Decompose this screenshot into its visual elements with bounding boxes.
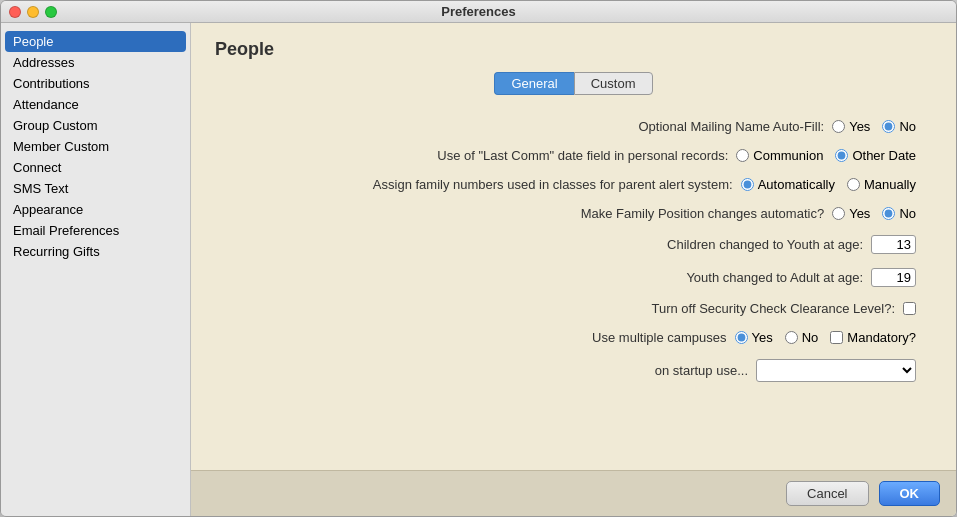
last-comm-communion-label: Communion xyxy=(753,148,823,163)
family-position-no-label: No xyxy=(899,206,916,221)
sidebar-item-attendance[interactable]: Attendance xyxy=(1,94,190,115)
tab-bar: General Custom xyxy=(215,72,932,95)
security-check-checkbox[interactable] xyxy=(903,302,916,315)
tab-general[interactable]: General xyxy=(494,72,573,95)
security-check-label: Turn off Security Check Clearance Level?… xyxy=(651,301,895,316)
page-title: People xyxy=(215,39,932,60)
multiple-campuses-yes-radio[interactable] xyxy=(735,331,748,344)
youth-adult-input[interactable] xyxy=(871,268,916,287)
window-content: People Addresses Contributions Attendanc… xyxy=(1,23,956,516)
last-comm-communion-radio[interactable] xyxy=(736,149,749,162)
multiple-campuses-yes-label: Yes xyxy=(752,330,773,345)
family-position-yes-label: Yes xyxy=(849,206,870,221)
optional-mailing-name-yes-option[interactable]: Yes xyxy=(832,119,870,134)
optional-mailing-name-row: Optional Mailing Name Auto-Fill: Yes No xyxy=(231,119,916,134)
multiple-campuses-label: Use multiple campuses xyxy=(592,330,726,345)
assign-family-auto-label: Automatically xyxy=(758,177,835,192)
optional-mailing-name-no-label: No xyxy=(899,119,916,134)
on-startup-select[interactable] xyxy=(756,359,916,382)
assign-family-manual-option[interactable]: Manually xyxy=(847,177,916,192)
multiple-campuses-no-radio[interactable] xyxy=(785,331,798,344)
security-check-checkbox-option[interactable] xyxy=(903,302,916,315)
sidebar: People Addresses Contributions Attendanc… xyxy=(1,23,191,516)
family-position-radio-group: Yes No xyxy=(832,206,916,221)
main-panel: People General Custom Optional Mailing N… xyxy=(191,23,956,516)
assign-family-manual-label: Manually xyxy=(864,177,916,192)
last-comm-radio-group: Communion Other Date xyxy=(736,148,916,163)
security-check-row: Turn off Security Check Clearance Level?… xyxy=(231,301,916,316)
assign-family-label: Assign family numbers used in classes fo… xyxy=(373,177,733,192)
multiple-campuses-no-label: No xyxy=(802,330,819,345)
close-button[interactable] xyxy=(9,6,21,18)
family-position-no-option[interactable]: No xyxy=(882,206,916,221)
sidebar-item-email-preferences[interactable]: Email Preferences xyxy=(1,220,190,241)
sidebar-item-group-custom[interactable]: Group Custom xyxy=(1,115,190,136)
optional-mailing-name-label: Optional Mailing Name Auto-Fill: xyxy=(638,119,824,134)
last-comm-other-date-label: Other Date xyxy=(852,148,916,163)
assign-family-manual-radio[interactable] xyxy=(847,178,860,191)
tab-custom[interactable]: Custom xyxy=(574,72,653,95)
youth-adult-row: Youth changed to Adult at age: xyxy=(231,268,916,287)
assign-family-auto-radio[interactable] xyxy=(741,178,754,191)
maximize-button[interactable] xyxy=(45,6,57,18)
last-comm-communion-option[interactable]: Communion xyxy=(736,148,823,163)
children-youth-row: Children changed to Youth at age: xyxy=(231,235,916,254)
multiple-campuses-yes-option[interactable]: Yes xyxy=(735,330,773,345)
sidebar-item-connect[interactable]: Connect xyxy=(1,157,190,178)
sidebar-item-recurring-gifts[interactable]: Recurring Gifts xyxy=(1,241,190,262)
main-body: Optional Mailing Name Auto-Fill: Yes No xyxy=(191,111,956,470)
assign-family-auto-option[interactable]: Automatically xyxy=(741,177,835,192)
multiple-campuses-no-option[interactable]: No xyxy=(785,330,819,345)
multiple-campuses-mandatory-checkbox[interactable] xyxy=(830,331,843,344)
sidebar-item-member-custom[interactable]: Member Custom xyxy=(1,136,190,157)
family-position-yes-radio[interactable] xyxy=(832,207,845,220)
last-comm-other-date-option[interactable]: Other Date xyxy=(835,148,916,163)
main-header: People General Custom xyxy=(191,23,956,111)
family-position-yes-option[interactable]: Yes xyxy=(832,206,870,221)
multiple-campuses-mandatory-option[interactable]: Mandatory? xyxy=(830,330,916,345)
optional-mailing-name-yes-label: Yes xyxy=(849,119,870,134)
family-position-label: Make Family Position changes automatic? xyxy=(581,206,825,221)
sidebar-item-sms-text[interactable]: SMS Text xyxy=(1,178,190,199)
traffic-lights xyxy=(9,6,57,18)
sidebar-item-people[interactable]: People xyxy=(5,31,186,52)
ok-button[interactable]: OK xyxy=(879,481,941,506)
multiple-campuses-mandatory-label: Mandatory? xyxy=(847,330,916,345)
optional-mailing-name-radio-group: Yes No xyxy=(832,119,916,134)
multiple-campuses-radio-group: Yes No Mandatory? xyxy=(735,330,917,345)
family-position-row: Make Family Position changes automatic? … xyxy=(231,206,916,221)
last-comm-other-date-radio[interactable] xyxy=(835,149,848,162)
children-youth-input[interactable] xyxy=(871,235,916,254)
sidebar-item-addresses[interactable]: Addresses xyxy=(1,52,190,73)
window-title: Preferences xyxy=(441,4,515,19)
last-comm-label: Use of "Last Comm" date field in persona… xyxy=(437,148,728,163)
minimize-button[interactable] xyxy=(27,6,39,18)
on-startup-label: on startup use... xyxy=(655,363,748,378)
multiple-campuses-row: Use multiple campuses Yes No Mandator xyxy=(231,330,916,345)
sidebar-item-appearance[interactable]: Appearance xyxy=(1,199,190,220)
youth-adult-label: Youth changed to Adult at age: xyxy=(686,270,863,285)
title-bar: Preferences xyxy=(1,1,956,23)
cancel-button[interactable]: Cancel xyxy=(786,481,868,506)
optional-mailing-name-no-radio[interactable] xyxy=(882,120,895,133)
sidebar-item-contributions[interactable]: Contributions xyxy=(1,73,190,94)
last-comm-row: Use of "Last Comm" date field in persona… xyxy=(231,148,916,163)
assign-family-radio-group: Automatically Manually xyxy=(741,177,916,192)
children-youth-label: Children changed to Youth at age: xyxy=(667,237,863,252)
on-startup-row: on startup use... xyxy=(231,359,916,382)
assign-family-row: Assign family numbers used in classes fo… xyxy=(231,177,916,192)
footer: Cancel OK xyxy=(191,470,956,516)
optional-mailing-name-no-option[interactable]: No xyxy=(882,119,916,134)
optional-mailing-name-yes-radio[interactable] xyxy=(832,120,845,133)
family-position-no-radio[interactable] xyxy=(882,207,895,220)
preferences-window: Preferences People Addresses Contributio… xyxy=(0,0,957,517)
